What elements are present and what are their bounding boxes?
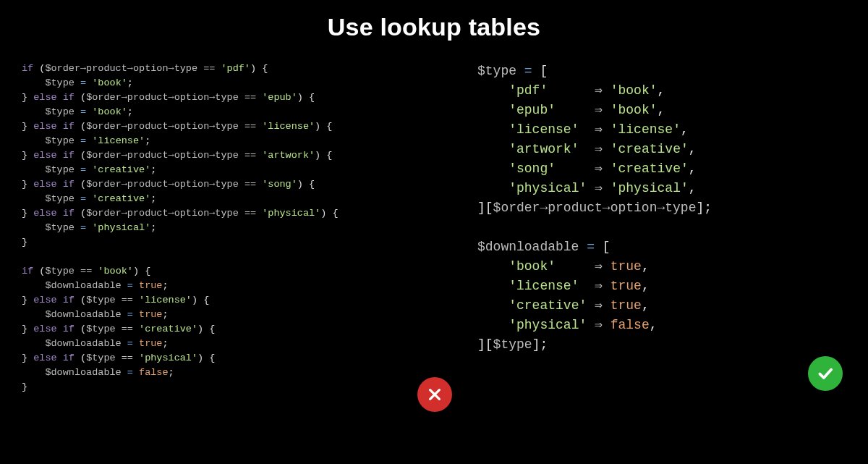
good-example-column: $type = [ 'pdf' ⇒ 'book', 'epub' ⇒ 'book… [477, 62, 846, 395]
slide: Use lookup tables if ($order→product→opt… [0, 0, 868, 464]
bad-code: if ($order→product→option→type == 'pdf')… [22, 62, 456, 395]
slide-title: Use lookup tables [22, 13, 846, 41]
cross-icon [417, 377, 452, 412]
bad-example-column: if ($order→product→option→type == 'pdf')… [22, 62, 456, 395]
columns: if ($order→product→option→type == 'pdf')… [22, 62, 846, 395]
check-icon [808, 356, 843, 391]
good-code: $type = [ 'pdf' ⇒ 'book', 'epub' ⇒ 'book… [477, 62, 846, 355]
